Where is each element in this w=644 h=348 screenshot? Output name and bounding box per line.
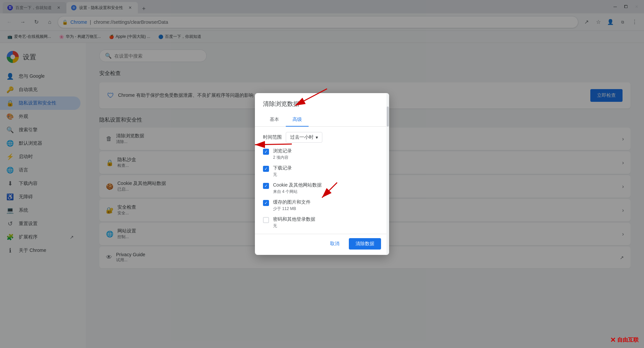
cancel-button[interactable]: 取消 <box>323 238 346 250</box>
checkbox-browsing-history[interactable]: 浏览记录 2 项内容 <box>263 148 381 160</box>
browsing-history-label: 浏览记录 <box>273 148 292 154</box>
autofill-label: 自动填充表单数据 <box>273 233 311 234</box>
cached-files-desc: 少于 112 MB <box>273 206 311 212</box>
checkbox-download-history[interactable]: 下载记录 无 <box>263 165 381 178</box>
download-history-label: 下载记录 <box>273 165 292 171</box>
clear-data-button[interactable]: 清除数据 <box>349 238 381 250</box>
time-range-select[interactable]: 过去一小时 ▾ <box>286 132 322 143</box>
watermark: ✕ 自由互联 <box>610 336 639 344</box>
checkbox-cookies[interactable]: Cookie 及其他网站数据 来自 4 个网站 <box>263 182 381 195</box>
modal-body: 时间范围 过去一小时 ▾ 浏览记录 2 项内容 下载记录 无 <box>255 127 389 234</box>
scrollbar-thumb[interactable] <box>387 107 389 127</box>
cookies-checkbox[interactable] <box>263 183 269 189</box>
download-history-desc: 无 <box>273 172 292 178</box>
passwords-checkbox[interactable] <box>263 217 269 223</box>
time-range-value: 过去一小时 <box>290 134 314 140</box>
cookies-desc: 来自 4 个网站 <box>273 189 322 195</box>
passwords-desc: 无 <box>273 223 315 229</box>
time-range-row: 时间范围 过去一小时 ▾ <box>263 132 381 143</box>
modal-overlay: 清除浏览数据 基本 高级 时间范围 过去一小时 ▾ <box>0 0 644 348</box>
modal-tab-basic[interactable]: 基本 <box>263 113 286 127</box>
checkbox-passwords[interactable]: 密码和其他登录数据 无 <box>263 216 381 229</box>
watermark-text: 自由互联 <box>617 337 639 344</box>
cached-files-checkbox[interactable] <box>263 200 269 206</box>
download-history-checkbox[interactable] <box>263 166 269 172</box>
passwords-label: 密码和其他登录数据 <box>273 216 315 222</box>
cookies-label: Cookie 及其他网站数据 <box>273 182 322 188</box>
browsing-history-desc: 2 项内容 <box>273 155 292 160</box>
cached-files-label: 缓存的图片和文件 <box>273 199 311 205</box>
checkbox-cached-files[interactable]: 缓存的图片和文件 少于 112 MB <box>263 199 381 212</box>
modal-tabs: 基本 高级 <box>255 113 389 127</box>
modal-tab-advanced[interactable]: 高级 <box>286 113 309 127</box>
browsing-history-checkbox[interactable] <box>263 149 269 155</box>
clear-browser-data-modal: 清除浏览数据 基本 高级 时间范围 过去一小时 ▾ <box>255 93 389 255</box>
modal-title: 清除浏览数据 <box>263 100 299 107</box>
watermark-cross-icon: ✕ <box>610 336 616 344</box>
modal-footer: 取消 清除数据 <box>255 234 389 255</box>
modal-header: 清除浏览数据 <box>255 93 389 108</box>
modal-scrollbar[interactable] <box>386 93 389 255</box>
time-range-chevron-icon: ▾ <box>316 135 318 140</box>
time-range-label: 时间范围 <box>263 134 282 140</box>
